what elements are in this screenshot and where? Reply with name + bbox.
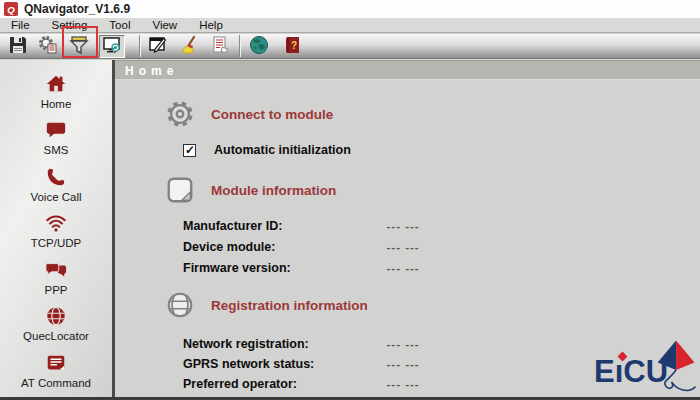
field-manufacturer-id: Manufacturer ID: --- ---	[183, 219, 420, 233]
gear-icon	[165, 99, 195, 129]
toolbar: ?	[0, 34, 700, 59]
field-label: Network registration:	[183, 337, 383, 351]
sidebar-label: TCP/UDP	[31, 237, 81, 249]
menu-file[interactable]: File	[0, 18, 41, 33]
field-label: Manufacturer ID:	[183, 219, 383, 233]
menu-setting[interactable]: Setting	[41, 18, 99, 33]
settings-icon	[38, 35, 58, 59]
view-monitor-button[interactable]	[99, 35, 125, 58]
auto-init-label: Automatic initialization	[214, 143, 351, 157]
save-icon	[8, 35, 28, 59]
sidebar-item-voice-call[interactable]: Voice Call	[0, 161, 112, 208]
sidebar-label: PPP	[44, 284, 67, 296]
menu-help[interactable]: Help	[188, 18, 234, 33]
section-title: Module information	[211, 183, 336, 198]
field-network-registration: Network registration: --- ---	[183, 337, 420, 351]
clear-broom-icon	[180, 35, 200, 59]
field-value: --- ---	[386, 241, 419, 253]
sidebar-label: Home	[41, 98, 72, 110]
sidebar: Home SMS Voice Call TCP/UDP PPP	[0, 60, 112, 400]
globe-outline-icon	[165, 290, 195, 320]
sidebar-item-sms[interactable]: SMS	[0, 115, 112, 162]
title-bar: Q QNavigator_V1.6.9	[0, 0, 700, 18]
voice-call-icon	[45, 166, 67, 188]
kite-icon	[654, 338, 700, 400]
home-icon	[45, 73, 67, 95]
section-title: Connect to module	[211, 107, 333, 122]
save-button[interactable]	[5, 35, 31, 58]
field-label: Firmware version:	[183, 261, 383, 275]
world-button[interactable]	[246, 35, 272, 58]
chat-bubbles-icon	[45, 259, 67, 281]
auto-init-checkbox[interactable]	[183, 144, 196, 157]
report-icon	[211, 35, 231, 59]
window-title: QNavigator_V1.6.9	[24, 2, 130, 16]
view-monitor-icon	[102, 35, 122, 59]
field-value: --- ---	[386, 378, 419, 390]
svg-text:Q: Q	[7, 4, 15, 15]
field-label: Preferred operator:	[183, 377, 383, 391]
toolbar-separator	[239, 35, 241, 57]
field-label: GPRS network status:	[183, 357, 383, 371]
sidebar-label: SMS	[44, 144, 69, 156]
world-icon	[249, 35, 269, 59]
auto-init-row: Automatic initialization	[183, 143, 351, 157]
help-book-icon: ?	[283, 35, 303, 59]
menu-view[interactable]: View	[141, 18, 188, 33]
connect-module-button[interactable]	[66, 35, 92, 58]
sidebar-label: AT Command	[21, 377, 91, 389]
note-icon	[165, 175, 195, 205]
field-value: --- ---	[386, 338, 419, 350]
field-label: Device module:	[183, 240, 383, 254]
sms-icon	[45, 119, 67, 141]
sidebar-label: Voice Call	[30, 191, 81, 203]
sidebar-item-queclocator[interactable]: QuecLocator	[0, 301, 112, 348]
field-value: --- ---	[386, 220, 419, 232]
help-button[interactable]: ?	[280, 35, 306, 58]
settings-button[interactable]	[35, 35, 61, 58]
section-connect: Connect to module	[165, 99, 333, 129]
field-device-module: Device module: --- ---	[183, 240, 420, 254]
home-tab-header: Home	[115, 60, 700, 80]
section-registration-info: Registration information	[165, 290, 368, 320]
sidebar-label: QuecLocator	[23, 330, 89, 342]
document-icon	[45, 352, 67, 374]
svg-text:?: ?	[291, 39, 297, 50]
menu-tool[interactable]: Tool	[98, 18, 141, 33]
eicu-logo: EıCU	[592, 344, 700, 400]
section-title: Registration information	[211, 298, 368, 313]
sidebar-item-at-command[interactable]: AT Command	[0, 347, 112, 394]
qnavigator-window: Q QNavigator_V1.6.9 File Setting Tool Vi…	[0, 0, 700, 400]
field-value: --- ---	[386, 262, 419, 274]
edit-window-icon	[148, 35, 168, 59]
sidebar-item-home[interactable]: Home	[0, 68, 112, 115]
sidebar-item-tcp-udp[interactable]: TCP/UDP	[0, 208, 112, 255]
field-firmware-version: Firmware version: --- ---	[183, 261, 420, 275]
q-logo-icon: Q	[4, 2, 18, 16]
section-module-info: Module information	[165, 175, 336, 205]
connect-module-icon	[69, 35, 89, 59]
clear-button[interactable]	[177, 35, 203, 58]
field-preferred-operator: Preferred operator: --- ---	[183, 377, 420, 391]
toolbar-separator	[139, 35, 141, 57]
globe-icon	[45, 305, 67, 327]
field-value: --- ---	[386, 358, 419, 370]
wifi-icon	[45, 212, 67, 234]
menu-bar: File Setting Tool View Help	[0, 18, 700, 33]
report-button[interactable]	[208, 35, 234, 58]
sidebar-item-ppp[interactable]: PPP	[0, 254, 112, 301]
edit-window-button[interactable]	[145, 35, 171, 58]
field-gprs-network-status: GPRS network status: --- ---	[183, 357, 420, 371]
